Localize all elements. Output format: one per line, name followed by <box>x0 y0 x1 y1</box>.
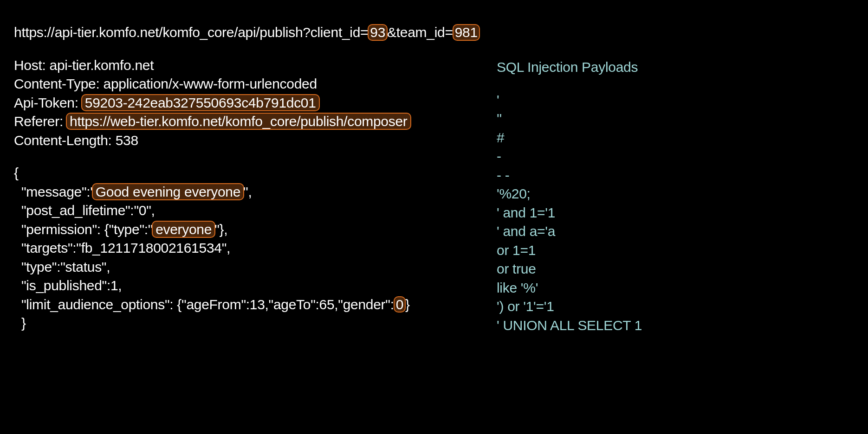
request-body: { "message":'Good evening everyone", "po… <box>14 164 501 333</box>
json-message: "message":'Good evening everyone", <box>14 183 501 202</box>
payload-item: '' <box>497 109 710 128</box>
highlight-referer: https://web-tier.komfo.net/komfo_core/pu… <box>66 113 411 130</box>
json-is-published: "is_published":1, <box>14 276 501 295</box>
sidebar-title: SQL Injection Payloads <box>497 58 710 77</box>
request-headers: Host: api-tier.komfo.net Content-Type: a… <box>14 56 501 150</box>
payload-item: ') or '1'='1 <box>497 297 710 316</box>
payload-item: '%20; <box>497 185 710 204</box>
header-referer: Referer: https://web-tier.komfo.net/komf… <box>14 112 501 131</box>
payload-item: ' UNION ALL SELECT 1 <box>497 316 710 335</box>
highlight-permission: everyone <box>152 221 215 238</box>
highlight-gender: 0 <box>394 296 406 313</box>
http-request-block: https://api-tier.komfo.net/komfo_core/ap… <box>14 23 501 333</box>
header-content-length: Content-Length: 538 <box>14 131 501 150</box>
header-host: Host: api-tier.komfo.net <box>14 56 501 75</box>
payload-item: - - <box>497 166 710 185</box>
payload-sidebar: SQL Injection Payloads ' '' # - - - '%20… <box>497 58 710 335</box>
json-limit-audience: "limit_audience_options": {"ageFrom":13,… <box>14 295 501 314</box>
payload-item: or 1=1 <box>497 241 710 260</box>
json-open: { <box>14 164 501 183</box>
json-post-ad-lifetime: "post_ad_lifetime":"0", <box>14 201 501 220</box>
url-mid: &team_id= <box>387 25 453 40</box>
payload-item: ' <box>497 91 710 110</box>
request-url: https://api-tier.komfo.net/komfo_core/ap… <box>14 23 501 42</box>
header-content-type: Content-Type: application/x-www-form-url… <box>14 75 501 94</box>
highlight-message: Good evening everyone <box>92 183 244 200</box>
payload-item: ' and 1='1 <box>497 204 710 223</box>
json-targets: "targets":"fb_1211718002161534", <box>14 239 501 258</box>
highlight-team-id: 981 <box>453 24 480 41</box>
payload-item: or true <box>497 260 710 279</box>
payload-list: ' '' # - - - '%20; ' and 1='1 ' and a='a… <box>497 91 710 335</box>
payload-item: ' and a='a <box>497 222 710 241</box>
header-api-token: Api-Token: 59203-242eab327550693c4b791dc… <box>14 94 501 113</box>
payload-item: like '%' <box>497 279 710 298</box>
json-type: "type":"status", <box>14 258 501 277</box>
url-prefix: https://api-tier.komfo.net/komfo_core/ap… <box>14 25 368 40</box>
highlight-api-token: 59203-242eab327550693c4b791dc01 <box>81 94 320 111</box>
payload-item: # <box>497 128 710 147</box>
json-close: } <box>14 314 501 333</box>
payload-item: - <box>497 147 710 166</box>
highlight-client-id: 93 <box>368 24 388 41</box>
json-permission: "permission": {"type":"everyone"}, <box>14 220 501 239</box>
